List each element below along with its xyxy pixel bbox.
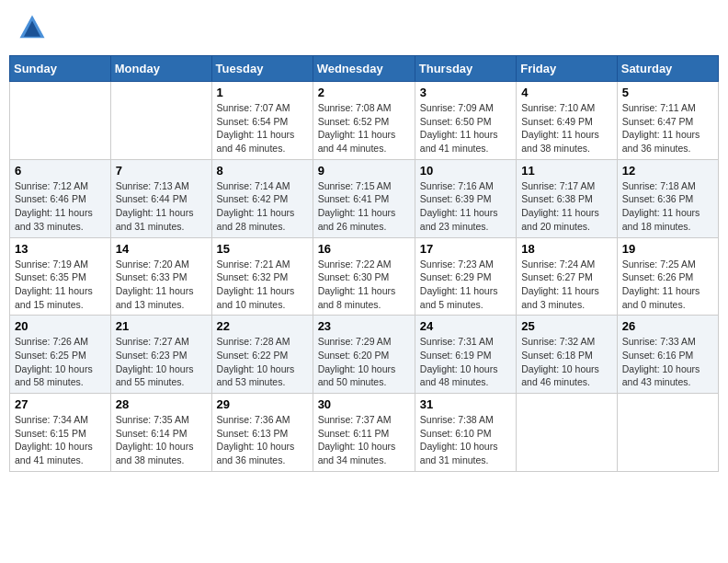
day-info: Sunrise: 7:33 AMSunset: 6:16 PMDaylight:…: [622, 335, 713, 389]
calendar-cell: 9Sunrise: 7:15 AMSunset: 6:41 PMDaylight…: [313, 159, 415, 237]
day-info: Sunrise: 7:36 AMSunset: 6:13 PMDaylight:…: [217, 413, 308, 467]
calendar-table: SundayMondayTuesdayWednesdayThursdayFrid…: [9, 55, 719, 472]
logo-icon: [18, 14, 46, 41]
weekday-header-friday: Friday: [517, 56, 618, 82]
day-number: 8: [217, 164, 308, 178]
calendar-cell: 29Sunrise: 7:36 AMSunset: 6:13 PMDayligh…: [211, 394, 313, 472]
day-info: Sunrise: 7:09 AMSunset: 6:50 PMDaylight:…: [420, 101, 511, 155]
day-info: Sunrise: 7:10 AMSunset: 6:49 PMDaylight:…: [521, 101, 612, 155]
calendar-cell: 25Sunrise: 7:32 AMSunset: 6:18 PMDayligh…: [517, 316, 618, 394]
calendar-cell: 7Sunrise: 7:13 AMSunset: 6:44 PMDaylight…: [110, 159, 211, 237]
day-info: Sunrise: 7:28 AMSunset: 6:22 PMDaylight:…: [217, 335, 308, 389]
day-number: 16: [318, 242, 410, 256]
day-number: 25: [521, 319, 612, 333]
day-number: 26: [622, 319, 713, 333]
calendar-cell: 11Sunrise: 7:17 AMSunset: 6:38 PMDayligh…: [517, 159, 618, 237]
weekday-header-sunday: Sunday: [10, 56, 111, 82]
calendar-cell: 31Sunrise: 7:38 AMSunset: 6:10 PMDayligh…: [415, 394, 516, 472]
day-info: Sunrise: 7:14 AMSunset: 6:42 PMDaylight:…: [217, 179, 308, 234]
day-info: Sunrise: 7:31 AMSunset: 6:19 PMDaylight:…: [420, 335, 511, 389]
day-number: 11: [521, 164, 612, 178]
day-info: Sunrise: 7:23 AMSunset: 6:29 PMDaylight:…: [420, 258, 511, 312]
calendar-cell: 6Sunrise: 7:12 AMSunset: 6:46 PMDaylight…: [10, 159, 111, 237]
day-info: Sunrise: 7:24 AMSunset: 6:27 PMDaylight:…: [521, 258, 612, 312]
day-number: 24: [420, 319, 511, 333]
day-number: 12: [622, 164, 713, 178]
calendar-cell: 16Sunrise: 7:22 AMSunset: 6:30 PMDayligh…: [313, 237, 415, 316]
weekday-header-monday: Monday: [110, 56, 211, 82]
day-info: Sunrise: 7:37 AMSunset: 6:11 PMDaylight:…: [318, 413, 410, 467]
day-number: 29: [217, 397, 308, 411]
calendar-cell: 10Sunrise: 7:16 AMSunset: 6:39 PMDayligh…: [415, 159, 516, 237]
page-header: [9, 9, 719, 46]
day-info: Sunrise: 7:19 AMSunset: 6:35 PMDaylight:…: [15, 258, 106, 312]
calendar-cell: [617, 394, 718, 472]
calendar-cell: 27Sunrise: 7:34 AMSunset: 6:15 PMDayligh…: [10, 394, 111, 472]
day-number: 17: [420, 242, 511, 256]
calendar-cell: 17Sunrise: 7:23 AMSunset: 6:29 PMDayligh…: [415, 237, 516, 316]
day-number: 23: [318, 319, 410, 333]
calendar-week-row: 20Sunrise: 7:26 AMSunset: 6:25 PMDayligh…: [10, 316, 719, 394]
day-number: 4: [521, 86, 612, 99]
calendar-cell: 12Sunrise: 7:18 AMSunset: 6:36 PMDayligh…: [617, 159, 718, 237]
day-number: 13: [15, 242, 106, 256]
day-info: Sunrise: 7:11 AMSunset: 6:47 PMDaylight:…: [622, 101, 713, 155]
day-info: Sunrise: 7:27 AMSunset: 6:23 PMDaylight:…: [116, 335, 207, 389]
day-info: Sunrise: 7:29 AMSunset: 6:20 PMDaylight:…: [318, 335, 410, 389]
calendar-week-row: 1Sunrise: 7:07 AMSunset: 6:54 PMDaylight…: [10, 82, 719, 160]
calendar-cell: 2Sunrise: 7:08 AMSunset: 6:52 PMDaylight…: [313, 82, 415, 160]
weekday-header-saturday: Saturday: [617, 56, 718, 82]
calendar-cell: 14Sunrise: 7:20 AMSunset: 6:33 PMDayligh…: [110, 237, 211, 316]
day-info: Sunrise: 7:21 AMSunset: 6:32 PMDaylight:…: [217, 258, 308, 312]
calendar-cell: 30Sunrise: 7:37 AMSunset: 6:11 PMDayligh…: [313, 394, 415, 472]
day-number: 10: [420, 164, 511, 178]
calendar-cell: 22Sunrise: 7:28 AMSunset: 6:22 PMDayligh…: [211, 316, 313, 394]
weekday-header-tuesday: Tuesday: [211, 56, 313, 82]
day-number: 15: [217, 242, 308, 256]
day-number: 22: [217, 319, 308, 333]
calendar-cell: 18Sunrise: 7:24 AMSunset: 6:27 PMDayligh…: [517, 237, 618, 316]
day-number: 2: [318, 86, 410, 99]
day-info: Sunrise: 7:22 AMSunset: 6:30 PMDaylight:…: [318, 258, 410, 312]
day-number: 18: [521, 242, 612, 256]
calendar-cell: 15Sunrise: 7:21 AMSunset: 6:32 PMDayligh…: [211, 237, 313, 316]
day-number: 20: [15, 319, 106, 333]
day-info: Sunrise: 7:07 AMSunset: 6:54 PMDaylight:…: [217, 101, 308, 155]
calendar-week-row: 6Sunrise: 7:12 AMSunset: 6:46 PMDaylight…: [10, 159, 719, 237]
calendar-cell: 4Sunrise: 7:10 AMSunset: 6:49 PMDaylight…: [517, 82, 618, 160]
weekday-header-wednesday: Wednesday: [313, 56, 415, 82]
day-number: 3: [420, 86, 511, 99]
day-info: Sunrise: 7:12 AMSunset: 6:46 PMDaylight:…: [15, 179, 106, 234]
calendar-cell: [10, 82, 111, 160]
day-info: Sunrise: 7:32 AMSunset: 6:18 PMDaylight:…: [521, 335, 612, 389]
calendar-week-row: 13Sunrise: 7:19 AMSunset: 6:35 PMDayligh…: [10, 237, 719, 316]
calendar-cell: 13Sunrise: 7:19 AMSunset: 6:35 PMDayligh…: [10, 237, 111, 316]
calendar-cell: 21Sunrise: 7:27 AMSunset: 6:23 PMDayligh…: [110, 316, 211, 394]
calendar-cell: 20Sunrise: 7:26 AMSunset: 6:25 PMDayligh…: [10, 316, 111, 394]
day-number: 6: [15, 164, 106, 178]
calendar-cell: 23Sunrise: 7:29 AMSunset: 6:20 PMDayligh…: [313, 316, 415, 394]
day-number: 9: [318, 164, 410, 178]
day-number: 7: [116, 164, 207, 178]
calendar-cell: 19Sunrise: 7:25 AMSunset: 6:26 PMDayligh…: [617, 237, 718, 316]
calendar-cell: 8Sunrise: 7:14 AMSunset: 6:42 PMDaylight…: [211, 159, 313, 237]
calendar-cell: [517, 394, 618, 472]
calendar-cell: 28Sunrise: 7:35 AMSunset: 6:14 PMDayligh…: [110, 394, 211, 472]
day-info: Sunrise: 7:25 AMSunset: 6:26 PMDaylight:…: [622, 258, 713, 312]
day-info: Sunrise: 7:08 AMSunset: 6:52 PMDaylight:…: [318, 101, 410, 155]
day-number: 19: [622, 242, 713, 256]
weekday-header-thursday: Thursday: [415, 56, 516, 82]
day-info: Sunrise: 7:18 AMSunset: 6:36 PMDaylight:…: [622, 179, 713, 234]
calendar-cell: 1Sunrise: 7:07 AMSunset: 6:54 PMDaylight…: [211, 82, 313, 160]
day-number: 28: [116, 397, 207, 411]
day-number: 14: [116, 242, 207, 256]
day-info: Sunrise: 7:35 AMSunset: 6:14 PMDaylight:…: [116, 413, 207, 467]
day-number: 21: [116, 319, 207, 333]
day-info: Sunrise: 7:26 AMSunset: 6:25 PMDaylight:…: [15, 335, 106, 389]
day-info: Sunrise: 7:16 AMSunset: 6:39 PMDaylight:…: [420, 179, 511, 234]
day-number: 31: [420, 397, 511, 411]
calendar-week-row: 27Sunrise: 7:34 AMSunset: 6:15 PMDayligh…: [10, 394, 719, 472]
calendar-cell: 26Sunrise: 7:33 AMSunset: 6:16 PMDayligh…: [617, 316, 718, 394]
day-info: Sunrise: 7:38 AMSunset: 6:10 PMDaylight:…: [420, 413, 511, 467]
calendar-cell: 5Sunrise: 7:11 AMSunset: 6:47 PMDaylight…: [617, 82, 718, 160]
